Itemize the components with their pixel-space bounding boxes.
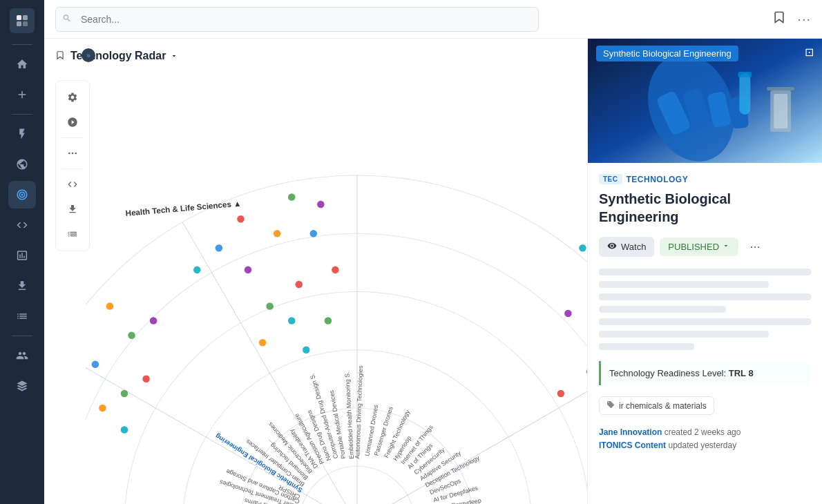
radar-visualization: Mobility ▲ Health Tech & Life Sciences ▲… bbox=[86, 66, 587, 504]
svg-text:Health Tech & Life Sciences ▲: Health Tech & Life Sciences ▲ bbox=[125, 199, 242, 217]
meta-created-verb: created bbox=[665, 427, 694, 437]
meta-creator: Jane Innovation bbox=[599, 427, 662, 437]
content-area: Technology Radar bbox=[44, 39, 822, 504]
svg-line-9 bbox=[357, 350, 587, 504]
trl-label: Technology Readiness Level: bbox=[609, 368, 726, 378]
radar-header: Technology Radar bbox=[55, 50, 576, 62]
skeleton-line-7 bbox=[599, 343, 694, 350]
svg-point-83 bbox=[579, 244, 586, 252]
sidebar-item-stack[interactable] bbox=[8, 372, 36, 400]
meta-updater: ITONICS Content bbox=[599, 440, 666, 450]
sidebar-item-home[interactable] bbox=[8, 50, 36, 78]
svg-point-74 bbox=[564, 310, 572, 318]
topbar: ··· bbox=[44, 0, 822, 39]
svg-point-93 bbox=[288, 317, 296, 324]
detail-actions: Watch PUBLISHED ··· bbox=[599, 235, 811, 258]
tag-section: ir chemicals & materials bbox=[599, 396, 811, 415]
search-container bbox=[55, 7, 539, 32]
trl-section: Technology Readiness Level: TRL 8 bbox=[599, 361, 811, 385]
meta-updated-time: yesterday bbox=[700, 440, 736, 450]
main-content: ··· Technology Radar bbox=[44, 0, 822, 504]
sidebar-item-lightning[interactable] bbox=[8, 120, 36, 148]
toolbar-code[interactable] bbox=[61, 173, 84, 195]
svg-point-106 bbox=[142, 376, 150, 383]
svg-point-105 bbox=[193, 266, 201, 274]
sidebar-item-list[interactable] bbox=[8, 302, 36, 330]
detail-panel: Synthetic Biological Engineering ⊡ TEC T… bbox=[587, 39, 822, 504]
toolbar-nodes[interactable] bbox=[61, 142, 84, 164]
detail-more-button[interactable]: ··· bbox=[744, 235, 766, 258]
dropdown-icon[interactable] bbox=[170, 52, 178, 60]
detail-image-window-icon[interactable]: ⊡ bbox=[805, 46, 814, 59]
radar-panel: Technology Radar bbox=[44, 39, 587, 504]
detail-category: TEC TECHNOLOGY bbox=[599, 174, 811, 184]
sidebar-item-radar[interactable] bbox=[8, 181, 36, 209]
sidebar-item-network[interactable] bbox=[8, 342, 36, 369]
svg-point-102 bbox=[288, 193, 296, 201]
bookmark-icon[interactable] bbox=[772, 10, 786, 28]
sidebar-divider-2 bbox=[12, 336, 32, 336]
svg-point-107 bbox=[121, 390, 128, 398]
toolbar-divider-1 bbox=[61, 137, 84, 138]
svg-point-4 bbox=[68, 153, 70, 155]
trl-value: TRL 8 bbox=[729, 368, 754, 378]
sidebar-collapse-button[interactable]: » bbox=[82, 48, 95, 62]
svg-rect-0 bbox=[17, 15, 21, 20]
svg-rect-1 bbox=[23, 15, 28, 20]
svg-point-118 bbox=[150, 317, 157, 324]
meta-creator-line: Jane Innovation created 2 weeks ago bbox=[599, 426, 811, 439]
skeleton-line-5 bbox=[599, 318, 811, 325]
svg-point-98 bbox=[325, 317, 332, 324]
toolbar-settings[interactable] bbox=[61, 86, 84, 108]
search-icon bbox=[62, 13, 72, 25]
skeleton-line-4 bbox=[599, 306, 726, 313]
watch-button[interactable]: Watch bbox=[599, 237, 654, 257]
sidebar-item-code[interactable] bbox=[8, 211, 36, 239]
svg-point-95 bbox=[274, 230, 281, 238]
svg-point-97 bbox=[332, 266, 339, 274]
sidebar-divider-top bbox=[12, 44, 32, 45]
detail-image-overlay: Synthetic Biological Engineering ⊡ bbox=[588, 39, 822, 163]
svg-text:Autonomous Driving Technologie: Autonomous Driving Technologies bbox=[354, 365, 364, 459]
published-button[interactable]: PUBLISHED bbox=[660, 238, 738, 256]
svg-point-5 bbox=[72, 153, 74, 155]
topbar-actions: ··· bbox=[772, 10, 811, 28]
svg-point-117 bbox=[121, 426, 128, 434]
published-chevron-icon bbox=[722, 242, 730, 252]
sidebar-item-download[interactable] bbox=[8, 272, 36, 300]
published-label: PUBLISHED bbox=[668, 242, 719, 252]
svg-point-104 bbox=[216, 244, 223, 252]
skeleton-line-3 bbox=[599, 293, 811, 300]
skeleton-content bbox=[599, 269, 811, 350]
svg-point-71 bbox=[586, 368, 587, 376]
svg-point-99 bbox=[303, 346, 310, 353]
svg-point-70 bbox=[557, 390, 565, 398]
sidebar-item-add[interactable] bbox=[8, 81, 36, 108]
tag-chemicals[interactable]: ir chemicals & materials bbox=[599, 396, 714, 415]
meta-created-time: 2 weeks ago bbox=[694, 427, 740, 437]
sidebar-item-chart[interactable] bbox=[8, 242, 36, 269]
detail-body: TEC TECHNOLOGY Synthetic Biological Engi… bbox=[588, 163, 822, 504]
watch-label: Watch bbox=[621, 242, 646, 252]
svg-point-94 bbox=[245, 266, 252, 274]
app-logo[interactable] bbox=[10, 8, 35, 33]
sidebar-item-globe[interactable] bbox=[8, 151, 36, 178]
topbar-more-icon[interactable]: ··· bbox=[797, 11, 811, 27]
skeleton-line-1 bbox=[599, 269, 811, 275]
more-dots-icon: ··· bbox=[750, 240, 761, 254]
toolbar-download[interactable] bbox=[61, 198, 84, 220]
sidebar bbox=[0, 0, 44, 504]
svg-point-101 bbox=[237, 215, 245, 223]
skeleton-line-2 bbox=[599, 281, 769, 288]
tag-label: ir chemicals & materials bbox=[619, 401, 707, 411]
tag-icon bbox=[606, 400, 615, 411]
category-badge: TEC bbox=[599, 174, 622, 184]
search-input[interactable] bbox=[55, 7, 539, 32]
trl-text: Technology Readiness Level: TRL 8 bbox=[609, 368, 754, 378]
meta-updated-verb: updated bbox=[668, 440, 700, 450]
svg-point-103 bbox=[317, 201, 325, 209]
toolbar-list[interactable] bbox=[61, 223, 84, 245]
toolbar-divider-2 bbox=[61, 168, 84, 169]
toolbar-layer[interactable] bbox=[61, 111, 84, 133]
svg-point-91 bbox=[295, 281, 303, 289]
